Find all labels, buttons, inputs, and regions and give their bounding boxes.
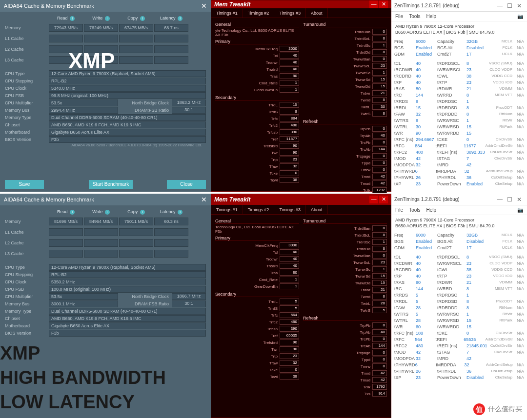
minimize-icon[interactable]: — <box>495 2 505 9</box>
tab-timings #3[interactable]: Timings #3 <box>274 205 306 214</box>
timing-value[interactable]: 15 <box>280 102 299 108</box>
zen-titlebar[interactable]: ZenTimings 1.2.8.791 (debug)—☐✕ <box>391 0 527 12</box>
timing-value[interactable]: 8 <box>372 294 387 300</box>
empty-cell[interactable] <box>154 35 188 42</box>
timing-value[interactable]: 32 <box>280 163 299 169</box>
mem-write[interactable]: 76249 MB/s <box>84 24 118 32</box>
mtw-titlebar[interactable]: Mem TweakIt—✕ <box>211 0 391 8</box>
timing-value[interactable]: 0 <box>372 225 387 231</box>
mem-copy[interactable]: 75011 MB/s <box>119 218 153 225</box>
timing-value[interactable]: 15 <box>372 83 387 89</box>
menu-file[interactable]: File <box>395 14 403 19</box>
timing-value[interactable]: 38 <box>280 374 299 380</box>
timing-value[interactable]: 23 <box>280 353 299 359</box>
info-icon[interactable]: i <box>178 210 182 215</box>
timing-value[interactable]: 5 <box>280 299 299 304</box>
menu-help[interactable]: Help <box>426 14 436 19</box>
timing-value[interactable]: 3000 <box>280 46 299 52</box>
timing-value[interactable]: 15 <box>372 280 387 286</box>
timing-value[interactable]: 0 <box>372 126 387 132</box>
minimize-icon[interactable]: — <box>369 0 378 8</box>
tab-timings #1[interactable]: Timings #1 <box>211 8 243 18</box>
timing-value[interactable]: 144 <box>372 146 387 152</box>
close-icon[interactable]: ✕ <box>379 196 388 203</box>
empty-cell[interactable] <box>49 239 83 247</box>
start-benchmark-button[interactable]: Start Benchmark <box>89 180 133 189</box>
timing-value[interactable]: 0 <box>280 170 299 176</box>
timing-value[interactable]: 0 <box>372 56 387 62</box>
mem-copy[interactable]: 67475 MB/s <box>119 24 153 32</box>
timing-value[interactable]: 42 <box>372 377 387 383</box>
timing-value[interactable]: 0 <box>372 140 387 145</box>
timing-value[interactable]: 390 <box>280 326 299 332</box>
timing-value[interactable]: 0 <box>280 367 299 373</box>
mem-read[interactable]: 72943 MB/s <box>49 24 83 32</box>
empty-cell[interactable] <box>154 239 188 247</box>
timing-value[interactable]: 480 <box>280 122 299 128</box>
minimize-icon[interactable]: — <box>369 196 378 203</box>
timing-value[interactable]: 90 <box>280 150 299 156</box>
menu-help[interactable]: Help <box>426 207 436 213</box>
timing-value[interactable]: 40 <box>280 249 299 255</box>
empty-cell[interactable] <box>119 45 153 53</box>
close-icon[interactable]: ✕ <box>514 2 524 9</box>
info-icon[interactable]: i <box>105 210 110 215</box>
info-icon[interactable]: i <box>70 16 75 21</box>
save-button[interactable]: Save <box>5 180 44 189</box>
timing-value[interactable]: 1 <box>280 80 299 86</box>
timing-value[interactable]: 23 <box>280 157 299 162</box>
timing-value[interactable]: 11677 <box>280 136 299 142</box>
timing-value[interactable]: 8 <box>372 232 387 238</box>
timing-value[interactable]: 42 <box>372 174 387 180</box>
camera-icon[interactable]: 📷 <box>517 14 523 19</box>
tab-timings #3[interactable]: Timings #3 <box>274 8 306 18</box>
timing-value[interactable]: 42 <box>372 370 387 376</box>
timing-value[interactable]: 144 <box>372 343 387 349</box>
timing-value[interactable]: 32 <box>280 360 299 366</box>
tab-timings #1[interactable]: Timings #1 <box>211 205 243 214</box>
tab-about[interactable]: About <box>306 8 328 18</box>
close-icon[interactable]: ✕ <box>201 196 207 203</box>
empty-cell[interactable] <box>154 45 188 53</box>
empty-cell[interactable] <box>119 56 153 64</box>
empty-cell[interactable] <box>84 250 118 258</box>
timing-value[interactable]: 884 <box>280 116 299 121</box>
timing-value[interactable]: 0 <box>372 350 387 356</box>
timing-value[interactable]: 1792 <box>372 384 387 390</box>
timing-value[interactable]: 8 <box>372 111 387 117</box>
timing-value[interactable]: 1 <box>372 42 387 48</box>
timing-value[interactable]: 90 <box>280 143 299 149</box>
close-icon[interactable]: ✕ <box>201 2 207 10</box>
maximize-icon[interactable]: ☐ <box>505 196 514 203</box>
tab-timings #2[interactable]: Timings #2 <box>243 205 275 214</box>
timing-value[interactable]: 30 <box>372 104 387 110</box>
timing-value[interactable]: 0 <box>372 153 387 159</box>
tab-about[interactable]: About <box>306 205 328 214</box>
timing-value[interactable]: 38 <box>280 177 299 183</box>
timing-value[interactable]: 40 <box>280 263 299 269</box>
timing-value[interactable]: 8 <box>372 36 387 41</box>
timing-value[interactable]: 0 <box>372 357 387 362</box>
timing-value[interactable]: 23 <box>372 260 387 265</box>
timing-value[interactable]: 80 <box>280 73 299 79</box>
timing-value[interactable]: 8 <box>372 49 387 55</box>
timing-value[interactable]: 90 <box>280 340 299 345</box>
info-icon[interactable]: i <box>140 210 145 215</box>
mem-read[interactable]: 81696 MB/s <box>49 218 83 225</box>
timing-value[interactable]: 914 <box>372 391 387 397</box>
timing-value[interactable]: 1 <box>280 277 299 282</box>
empty-cell[interactable] <box>154 56 188 64</box>
timing-value[interactable]: 8 <box>280 109 299 115</box>
timing-value[interactable]: 480 <box>280 319 299 325</box>
menu-tools[interactable]: Tools <box>409 14 420 19</box>
timing-value[interactable]: 40 <box>372 329 387 335</box>
timing-value[interactable]: 40 <box>372 133 387 139</box>
empty-cell[interactable] <box>154 228 188 236</box>
empty-cell[interactable] <box>119 228 153 236</box>
timing-value[interactable]: 0 <box>372 29 387 35</box>
empty-cell[interactable] <box>49 250 83 258</box>
maximize-icon[interactable]: ☐ <box>505 2 514 9</box>
timing-value[interactable]: 23 <box>372 63 387 69</box>
info-icon[interactable]: i <box>70 210 75 215</box>
empty-cell[interactable] <box>49 35 83 42</box>
